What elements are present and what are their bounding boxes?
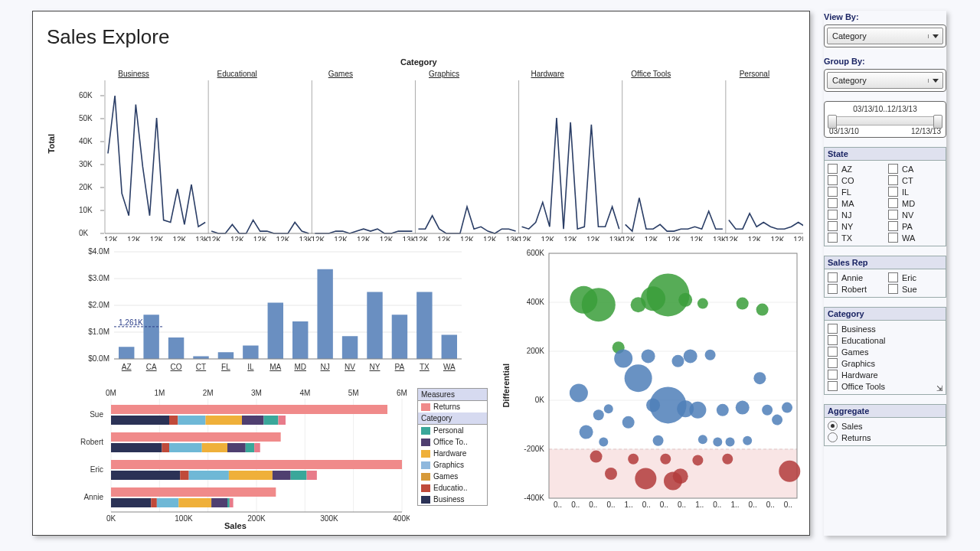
checkbox-ca[interactable]: CA	[888, 164, 942, 174]
checkbox-fl[interactable]: FL	[828, 187, 882, 197]
svg-text:12K: 12K	[230, 236, 244, 241]
facet-header: Office Tools	[599, 70, 703, 78]
checkbox-ny[interactable]: NY	[828, 221, 882, 231]
checkbox-pa[interactable]: PA	[888, 221, 942, 231]
svg-rect-94	[442, 335, 457, 360]
checkbox-robert[interactable]: Robert	[828, 284, 882, 294]
svg-point-212	[713, 437, 722, 446]
svg-rect-129	[246, 443, 254, 452]
rep-bar-chart[interactable]: 0M1M2M3M4M5M6MSueRobertEricAnnie0K100K20…	[65, 386, 410, 523]
svg-rect-125	[162, 443, 170, 452]
svg-text:12K: 12K	[748, 236, 762, 241]
checkbox-md[interactable]: MD	[888, 198, 942, 208]
date-slider[interactable]: 03/13/10..12/13/13 03/13/1012/13/13	[824, 101, 946, 138]
svg-rect-119	[242, 416, 264, 425]
svg-rect-127	[202, 443, 227, 452]
checkbox-annie[interactable]: Annie	[828, 272, 882, 282]
svg-text:12K: 12K	[104, 236, 118, 241]
checkbox-il[interactable]: IL	[888, 187, 942, 197]
checkbox-hardware[interactable]: Hardware	[828, 370, 942, 380]
svg-point-219	[772, 415, 782, 425]
checkbox-nj[interactable]: NJ	[828, 210, 882, 220]
checkbox-office tools[interactable]: Office Tools	[828, 381, 942, 391]
checkbox-nv[interactable]: NV	[888, 210, 942, 220]
svg-point-198	[604, 404, 613, 413]
svg-text:12K: 12K	[415, 236, 429, 241]
svg-text:1,261K: 1,261K	[119, 318, 143, 327]
state-bar-chart[interactable]: $0.0M$1.0M$2.0M$3.0M$4.0MAZCACOCTFLILMAM…	[79, 246, 469, 383]
slider-handle-max[interactable]	[933, 115, 942, 129]
svg-text:6M: 6M	[397, 389, 407, 397]
svg-text:300K: 300K	[320, 514, 338, 523]
rep-bar-xlabel: Sales	[224, 521, 247, 530]
svg-text:0K: 0K	[79, 229, 89, 237]
scatter-chart[interactable]: -400K-200K0K200K400K600K0..0..0..0..1..0…	[515, 249, 806, 521]
checkbox-graphics[interactable]: Graphics	[828, 358, 942, 368]
checkbox-business[interactable]: Business	[828, 324, 942, 334]
checkbox-educational[interactable]: Educational	[828, 335, 942, 345]
line-facet-headers: BusinessEducationalGamesGraphicsHardware…	[82, 70, 802, 80]
svg-text:IL: IL	[247, 363, 254, 371]
svg-point-206	[671, 355, 684, 367]
svg-rect-78	[243, 346, 258, 360]
svg-text:MA: MA	[270, 363, 281, 371]
svg-text:12K: 12K	[150, 236, 164, 241]
checkbox-tx[interactable]: TX	[828, 233, 882, 243]
svg-text:CA: CA	[146, 363, 157, 371]
checkbox-co[interactable]: CO	[828, 175, 882, 185]
svg-text:$2.0M: $2.0M	[88, 301, 109, 309]
checkbox-eric[interactable]: Eric	[888, 272, 942, 282]
svg-rect-134	[180, 471, 188, 480]
svg-rect-136	[229, 471, 273, 480]
svg-text:1..: 1..	[625, 500, 633, 509]
svg-point-223	[628, 454, 639, 465]
svg-text:$4.0M: $4.0M	[88, 247, 109, 256]
svg-rect-68	[119, 347, 134, 359]
svg-rect-117	[178, 416, 205, 425]
svg-rect-126	[169, 443, 202, 452]
svg-point-225	[660, 454, 671, 465]
svg-point-195	[580, 425, 593, 439]
viewby-dropdown[interactable]: Category	[827, 28, 943, 44]
svg-text:5M: 5M	[348, 389, 359, 397]
svg-text:50K: 50K	[79, 114, 93, 122]
svg-text:12K: 12K	[460, 236, 474, 241]
svg-text:12K: 12K	[172, 236, 186, 241]
svg-rect-124	[111, 443, 162, 452]
checkbox-ma[interactable]: MA	[828, 198, 882, 208]
svg-rect-147	[227, 498, 230, 507]
radio-returns[interactable]: Returns	[828, 432, 942, 442]
svg-rect-137	[273, 471, 291, 480]
svg-rect-90	[392, 315, 407, 359]
checkbox-ct[interactable]: CT	[888, 175, 942, 185]
svg-text:0..: 0..	[784, 500, 792, 509]
svg-text:1..: 1..	[695, 500, 704, 509]
svg-text:12K: 12K	[437, 236, 451, 241]
svg-text:12K: 12K	[793, 236, 803, 241]
facet-header: Hardware	[496, 70, 599, 78]
svg-text:-400K: -400K	[524, 494, 544, 502]
svg-point-214	[726, 437, 735, 446]
radio-sales[interactable]: Sales	[828, 421, 942, 431]
svg-point-211	[705, 350, 716, 360]
svg-point-194	[570, 383, 588, 402]
svg-rect-82	[292, 321, 308, 359]
checkbox-sue[interactable]: Sue	[888, 284, 942, 294]
svg-rect-86	[342, 336, 358, 359]
dashboard-card: Sales Explore Category Total BusinessEdu…	[32, 11, 810, 536]
svg-point-209	[689, 402, 706, 419]
checkbox-az[interactable]: AZ	[828, 164, 882, 174]
line-chart[interactable]: 0K10K20K30K40K50K60K12K12K12K12K13K12K12…	[79, 80, 803, 241]
groupby-dropdown[interactable]: Category	[827, 72, 943, 89]
svg-text:MD: MD	[294, 363, 306, 371]
svg-point-201	[625, 364, 652, 392]
svg-text:2M: 2M	[203, 389, 214, 397]
svg-point-216	[743, 436, 752, 445]
expand-icon[interactable]: ⇲	[936, 384, 942, 393]
slider-handle-min[interactable]	[828, 115, 837, 129]
svg-text:20K: 20K	[79, 183, 93, 191]
svg-text:0M: 0M	[106, 389, 116, 397]
checkbox-games[interactable]: Games	[828, 347, 942, 357]
checkbox-wa[interactable]: WA	[888, 233, 942, 243]
svg-rect-146	[211, 498, 227, 507]
